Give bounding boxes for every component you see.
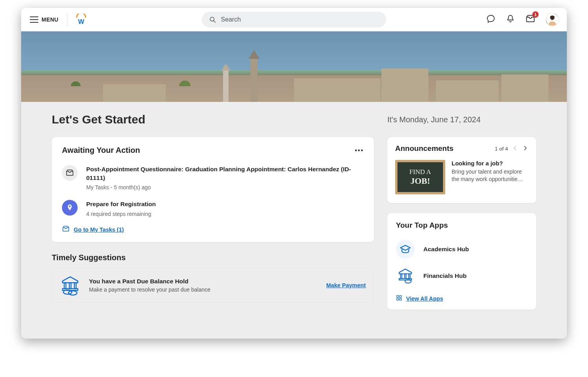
awaiting-title: Awaiting Your Action	[62, 146, 140, 155]
action-item-title: Prepare for Registration	[86, 200, 156, 208]
svg-rect-6	[69, 283, 71, 289]
inbox-task-icon	[62, 165, 78, 181]
divider	[67, 13, 67, 26]
bell-icon[interactable]	[506, 14, 515, 25]
app-financials-hub[interactable]: Financials Hub	[396, 263, 528, 289]
announcement-image: FIND A JOB!	[395, 160, 445, 194]
action-item-sub: 4 required steps remaining	[86, 211, 156, 217]
svg-rect-17	[399, 295, 401, 297]
chevron-left-icon[interactable]	[512, 145, 518, 152]
suggestion-title: You have a Past Due Balance Hold	[89, 278, 211, 285]
pager-text: 1 of 4	[495, 146, 508, 152]
search-bar[interactable]	[202, 12, 386, 27]
suggestions-title: Timely Suggestions	[52, 253, 374, 262]
graduation-cap-icon	[396, 240, 415, 259]
announcements-title: Announcements	[395, 144, 454, 153]
go-to-tasks-link[interactable]: Go to My Tasks (1)	[74, 227, 124, 233]
menu-button[interactable]: MENU	[29, 14, 59, 25]
svg-rect-19	[399, 298, 401, 300]
suggestion-sub: Make a payment to resolve your past due …	[89, 286, 211, 293]
chevron-right-icon[interactable]	[522, 145, 528, 152]
svg-rect-12	[405, 274, 406, 279]
timely-suggestions-section: Timely Suggestions	[52, 253, 374, 303]
pin-icon	[62, 200, 78, 216]
top-apps-card: Your Top Apps Academics Hub	[387, 213, 536, 310]
inbox-icon[interactable]: 1	[525, 14, 535, 25]
svg-line-2	[214, 21, 215, 22]
action-item[interactable]: Prepare for Registration 4 required step…	[62, 200, 364, 217]
svg-point-10	[69, 291, 77, 295]
workday-logo[interactable]: W	[75, 14, 87, 25]
avatar[interactable]	[546, 13, 559, 26]
announcements-card: Announcements 1 of 4 FIND A JOB	[387, 137, 536, 203]
more-icon[interactable]: •••	[355, 147, 364, 154]
action-item-title: Post-Appointment Questionnaire: Graduati…	[86, 165, 364, 182]
svg-rect-13	[409, 274, 410, 279]
search-input[interactable]	[221, 16, 379, 23]
hamburger-icon	[30, 16, 38, 23]
announcement-sub: Bring your talent and explore the many w…	[452, 168, 528, 183]
bank-money-icon	[60, 275, 80, 295]
svg-rect-18	[397, 298, 399, 300]
inbox-link-icon	[62, 225, 70, 234]
top-bar: MENU W 1	[21, 8, 567, 31]
suggestion-card: You have a Past Due Balance Hold Make a …	[52, 268, 374, 303]
action-item[interactable]: Post-Appointment Questionnaire: Graduati…	[62, 165, 364, 190]
svg-text:W: W	[78, 18, 84, 25]
view-all-apps-link[interactable]: View All Apps	[406, 295, 443, 302]
inbox-badge: 1	[532, 11, 539, 18]
top-apps-title: Your Top Apps	[396, 221, 528, 230]
menu-label: MENU	[42, 16, 58, 23]
app-academics-hub[interactable]: Academics Hub	[396, 236, 528, 263]
svg-rect-11	[401, 274, 402, 279]
awaiting-action-card: Awaiting Your Action ••• Post-Appointmen…	[52, 137, 374, 242]
grid-icon	[396, 295, 402, 303]
app-label: Financials Hub	[423, 272, 466, 279]
page-title: Let's Get Started	[52, 113, 374, 126]
svg-rect-7	[74, 283, 76, 289]
date-text: It's Monday, June 17, 2024	[387, 115, 481, 124]
action-item-sub: My Tasks - 5 month(s) ago	[86, 184, 364, 190]
svg-rect-16	[397, 295, 399, 297]
bank-icon	[396, 266, 415, 285]
make-payment-link[interactable]: Make Payment	[326, 282, 366, 288]
svg-rect-5	[64, 283, 66, 289]
app-label: Academics Hub	[423, 246, 469, 253]
hero-banner	[21, 31, 567, 102]
search-icon	[209, 16, 216, 24]
chat-icon[interactable]	[486, 14, 495, 25]
announcement-title[interactable]: Looking for a job?	[452, 160, 528, 167]
